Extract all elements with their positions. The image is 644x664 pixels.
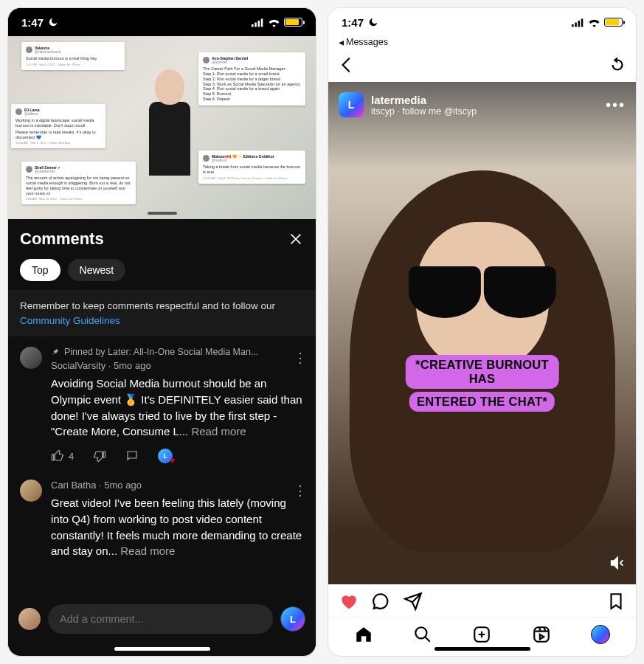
overlay-tweet: Eli Lama@elilama Working in a digital la… xyxy=(11,104,105,148)
thumbs-up-icon xyxy=(51,449,64,463)
community-guidelines-link[interactable]: Community Guidelines xyxy=(20,315,120,326)
video-caption: *CREATIVE BURNOUT HAS ENTERED THE CHAT* xyxy=(405,353,559,413)
comment-input[interactable] xyxy=(48,604,273,634)
svg-rect-0 xyxy=(252,24,254,27)
overlay-tweet: Ann-Stephen Dannel@adannel The Career Pa… xyxy=(198,52,305,106)
nav-search[interactable] xyxy=(413,625,432,644)
nav-create[interactable] xyxy=(472,625,491,644)
sort-tabs: Top Newest xyxy=(8,256,316,290)
comment-meta: SocialVarsity · 5mo ago xyxy=(51,360,304,371)
comment-actions: 4 L xyxy=(51,449,304,463)
close-icon[interactable] xyxy=(288,231,304,247)
nav-reels[interactable] xyxy=(532,625,551,644)
battery-icon xyxy=(284,18,302,27)
read-more[interactable]: Read more xyxy=(120,544,175,557)
comment-meta: Cari Batha · 5mo ago xyxy=(51,480,304,491)
creator-heart-icon: L xyxy=(158,449,173,463)
tab-newest[interactable]: Newest xyxy=(68,259,126,281)
status-bar: 1:47 xyxy=(8,8,316,36)
home-indicator[interactable] xyxy=(434,647,530,651)
wifi-icon xyxy=(268,18,280,27)
overlay-tweet: Valencia@valenciavictoria Social media b… xyxy=(21,42,125,70)
svg-rect-4 xyxy=(572,24,574,27)
svg-rect-3 xyxy=(261,18,263,27)
comments-title: Comments xyxy=(20,229,104,249)
status-bar: 1:47 xyxy=(328,8,636,36)
comments-header: Comments xyxy=(8,219,316,256)
video-thumbnail[interactable]: Valencia@valenciavictoria Social media b… xyxy=(8,36,316,219)
moon-icon xyxy=(48,17,58,27)
replay-icon[interactable] xyxy=(608,55,627,75)
comment-text: Avoiding Social Media burnout should be … xyxy=(51,376,304,440)
thumbs-down-icon xyxy=(93,449,106,463)
account-username[interactable]: latermedia xyxy=(371,94,477,106)
bottom-nav xyxy=(328,617,636,647)
wifi-icon xyxy=(588,18,600,27)
tab-top[interactable]: Top xyxy=(20,259,60,281)
comment-item: Pinned by Later: All-In-One Social Media… xyxy=(8,336,316,469)
sheet-drag-handle[interactable] xyxy=(148,212,177,215)
post-actions xyxy=(328,584,636,617)
comment-icon xyxy=(125,449,139,463)
reel-header: L latermedia itscyp · follow me @itscyp … xyxy=(339,92,626,117)
svg-rect-5 xyxy=(575,22,577,27)
overlay-tweet: Shell Zenner ✓@shellzenner The amount of… xyxy=(21,162,136,204)
svg-rect-7 xyxy=(581,18,584,27)
battery-icon xyxy=(604,18,623,27)
back-to-messages[interactable]: ◂Messages xyxy=(328,36,636,51)
svg-point-8 xyxy=(416,627,427,638)
reel-video[interactable]: L latermedia itscyp · follow me @itscyp … xyxy=(328,82,636,584)
read-more[interactable]: Read more xyxy=(191,425,246,438)
comment-button[interactable] xyxy=(371,592,390,611)
instagram-screen: 1:47 ◂Messages L latermedia itscyp · fol… xyxy=(328,7,637,657)
moon-icon xyxy=(368,17,378,27)
nav-home[interactable] xyxy=(354,625,373,644)
pinned-indicator: Pinned by Later: All-In-One Social Media… xyxy=(51,347,304,357)
thumbs-down-button[interactable] xyxy=(93,449,106,463)
audio-attribution[interactable]: itscyp · follow me @itscyp xyxy=(371,106,477,117)
comment-menu-button[interactable]: ⋮ xyxy=(294,483,307,499)
home-indicator[interactable] xyxy=(114,647,210,651)
channel-badge[interactable]: L xyxy=(280,606,305,632)
thumbs-up-button[interactable]: 4 xyxy=(51,449,74,463)
reel-top-bar xyxy=(328,51,636,82)
avatar[interactable] xyxy=(20,480,42,502)
account-avatar[interactable]: L xyxy=(339,92,364,117)
comment-menu-button[interactable]: ⋮ xyxy=(294,350,307,366)
pin-icon xyxy=(51,347,60,356)
comment-item: Cari Batha · 5mo ago Great video! I've b… xyxy=(8,469,316,565)
youtube-screen: 1:47 Valencia@valenciavictoria Social me… xyxy=(7,7,316,657)
video-subject xyxy=(371,193,592,494)
comment-text: Great video! I've been feeling this late… xyxy=(51,495,304,559)
back-button[interactable] xyxy=(337,55,356,75)
reply-button[interactable] xyxy=(125,449,139,463)
svg-rect-10 xyxy=(534,627,549,642)
share-button[interactable] xyxy=(404,592,423,611)
avatar[interactable] xyxy=(20,347,42,369)
presenter-figure xyxy=(131,69,208,219)
signal-icon xyxy=(572,18,584,27)
guidelines-notice: Remember to keep comments respectful and… xyxy=(8,290,316,336)
svg-rect-1 xyxy=(255,22,257,27)
save-button[interactable] xyxy=(606,592,626,611)
overlay-tweet: Mahsun 🇨🇦 🧡 ✨ Editions Goldthor@mahsun T… xyxy=(198,151,305,184)
svg-rect-2 xyxy=(258,20,260,27)
status-time: 1:47 xyxy=(342,16,364,29)
notice-text: Remember to keep comments respectful and… xyxy=(20,300,275,311)
comment-composer: L xyxy=(8,597,316,647)
like-button[interactable] xyxy=(339,592,358,611)
signal-icon xyxy=(252,18,264,27)
status-time: 1:47 xyxy=(21,16,44,29)
svg-rect-6 xyxy=(578,20,581,27)
more-options-button[interactable]: ••• xyxy=(606,97,626,114)
nav-profile[interactable] xyxy=(591,625,610,644)
my-avatar[interactable] xyxy=(18,608,41,630)
mute-icon[interactable] xyxy=(609,555,626,571)
